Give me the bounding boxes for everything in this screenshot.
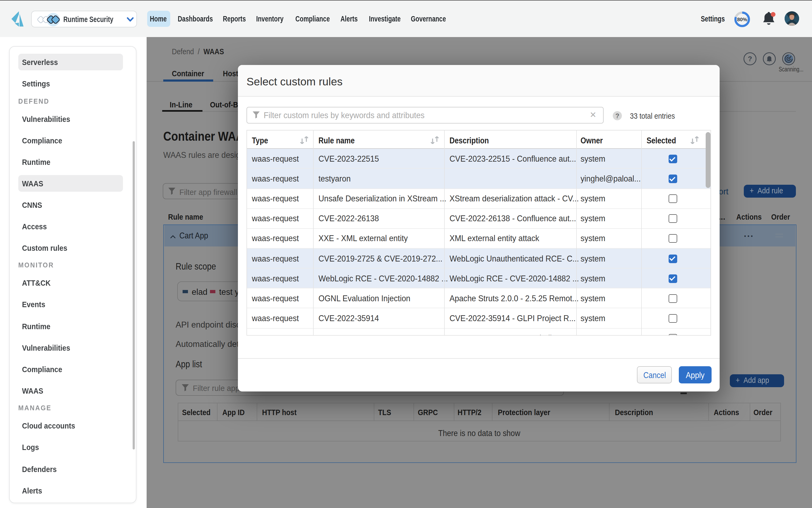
svg-text:80%: 80%	[737, 16, 747, 22]
svg-text:?: ?	[748, 55, 752, 63]
svg-text:?: ?	[615, 112, 619, 120]
